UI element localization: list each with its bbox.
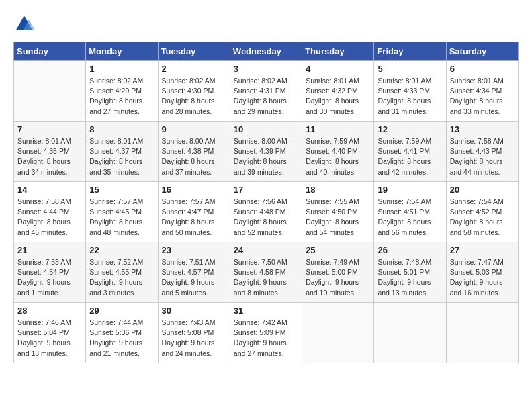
day-number: 18 (306, 185, 370, 195)
cell-info: Sunrise: 8:01 AM Sunset: 4:34 PM Dayligh… (450, 76, 515, 117)
day-number: 31 (234, 306, 298, 316)
cell-info: Sunrise: 8:02 AM Sunset: 4:29 PM Dayligh… (89, 76, 154, 117)
cell-info: Sunrise: 8:01 AM Sunset: 4:35 PM Dayligh… (17, 136, 82, 177)
day-number: 30 (162, 306, 226, 316)
calendar-cell: 1Sunrise: 8:02 AM Sunset: 4:29 PM Daylig… (86, 61, 158, 122)
calendar-cell: 29Sunrise: 7:44 AM Sunset: 5:06 PM Dayli… (86, 303, 158, 363)
calendar-cell: 18Sunrise: 7:55 AM Sunset: 4:50 PM Dayli… (302, 182, 374, 242)
cell-info: Sunrise: 8:00 AM Sunset: 4:39 PM Dayligh… (234, 136, 298, 177)
logo-icon (13, 13, 35, 35)
calendar-cell: 4Sunrise: 8:01 AM Sunset: 4:32 PM Daylig… (302, 61, 374, 122)
calendar-cell (446, 303, 518, 363)
day-number: 16 (162, 185, 226, 195)
day-number: 13 (450, 124, 515, 134)
day-number: 2 (162, 64, 226, 74)
cell-info: Sunrise: 7:56 AM Sunset: 4:48 PM Dayligh… (234, 197, 298, 238)
cell-info: Sunrise: 7:46 AM Sunset: 5:04 PM Dayligh… (17, 318, 82, 359)
calendar-cell: 25Sunrise: 7:49 AM Sunset: 5:00 PM Dayli… (302, 242, 374, 303)
calendar-cell: 7Sunrise: 8:01 AM Sunset: 4:35 PM Daylig… (14, 122, 86, 182)
cell-info: Sunrise: 7:44 AM Sunset: 5:06 PM Dayligh… (89, 318, 154, 359)
day-number: 9 (162, 124, 226, 134)
weekday-header: Sunday (14, 42, 86, 61)
calendar-cell: 19Sunrise: 7:54 AM Sunset: 4:51 PM Dayli… (374, 182, 446, 242)
day-number: 29 (89, 306, 154, 316)
calendar-cell: 9Sunrise: 8:00 AM Sunset: 4:38 PM Daylig… (158, 122, 230, 182)
cell-info: Sunrise: 7:54 AM Sunset: 4:51 PM Dayligh… (378, 197, 442, 238)
calendar-cell: 8Sunrise: 8:01 AM Sunset: 4:37 PM Daylig… (86, 122, 158, 182)
cell-info: Sunrise: 7:54 AM Sunset: 4:52 PM Dayligh… (450, 197, 515, 238)
cell-info: Sunrise: 8:01 AM Sunset: 4:32 PM Dayligh… (306, 76, 370, 117)
day-number: 6 (450, 64, 515, 74)
calendar-cell: 28Sunrise: 7:46 AM Sunset: 5:04 PM Dayli… (14, 303, 86, 363)
weekday-header: Friday (374, 42, 446, 61)
day-number: 19 (378, 185, 442, 195)
cell-info: Sunrise: 7:49 AM Sunset: 5:00 PM Dayligh… (306, 257, 370, 298)
day-number: 21 (17, 245, 82, 255)
calendar-cell: 26Sunrise: 7:48 AM Sunset: 5:01 PM Dayli… (374, 242, 446, 303)
cell-info: Sunrise: 7:58 AM Sunset: 4:43 PM Dayligh… (450, 136, 515, 177)
day-number: 8 (89, 124, 154, 134)
cell-info: Sunrise: 7:50 AM Sunset: 4:58 PM Dayligh… (234, 257, 298, 298)
cell-info: Sunrise: 7:47 AM Sunset: 5:03 PM Dayligh… (450, 257, 515, 298)
cell-info: Sunrise: 7:51 AM Sunset: 4:57 PM Dayligh… (162, 257, 226, 298)
cell-info: Sunrise: 7:53 AM Sunset: 4:54 PM Dayligh… (17, 257, 82, 298)
calendar-cell: 20Sunrise: 7:54 AM Sunset: 4:52 PM Dayli… (446, 182, 518, 242)
cell-info: Sunrise: 8:01 AM Sunset: 4:33 PM Dayligh… (378, 76, 442, 117)
calendar-cell: 6Sunrise: 8:01 AM Sunset: 4:34 PM Daylig… (446, 61, 518, 122)
cell-info: Sunrise: 8:02 AM Sunset: 4:31 PM Dayligh… (234, 76, 298, 117)
calendar-table: SundayMondayTuesdayWednesdayThursdayFrid… (13, 42, 519, 363)
day-number: 27 (450, 245, 515, 255)
day-number: 23 (162, 245, 226, 255)
day-number: 3 (234, 64, 298, 74)
weekday-header: Thursday (302, 42, 374, 61)
day-number: 5 (378, 64, 442, 74)
calendar-cell: 23Sunrise: 7:51 AM Sunset: 4:57 PM Dayli… (158, 242, 230, 303)
calendar-cell: 22Sunrise: 7:52 AM Sunset: 4:55 PM Dayli… (86, 242, 158, 303)
calendar-cell: 30Sunrise: 7:43 AM Sunset: 5:08 PM Dayli… (158, 303, 230, 363)
day-number: 28 (17, 306, 82, 316)
day-number: 20 (450, 185, 515, 195)
day-number: 22 (89, 245, 154, 255)
calendar-cell: 24Sunrise: 7:50 AM Sunset: 4:58 PM Dayli… (230, 242, 302, 303)
cell-info: Sunrise: 7:55 AM Sunset: 4:50 PM Dayligh… (306, 197, 370, 238)
page-header (13, 13, 519, 35)
calendar-cell: 13Sunrise: 7:58 AM Sunset: 4:43 PM Dayli… (446, 122, 518, 182)
day-number: 25 (306, 245, 370, 255)
calendar-cell (374, 303, 446, 363)
day-number: 4 (306, 64, 370, 74)
cell-info: Sunrise: 7:57 AM Sunset: 4:47 PM Dayligh… (162, 197, 226, 238)
day-number: 17 (234, 185, 298, 195)
cell-info: Sunrise: 7:58 AM Sunset: 4:44 PM Dayligh… (17, 197, 82, 238)
calendar-cell: 31Sunrise: 7:42 AM Sunset: 5:09 PM Dayli… (230, 303, 302, 363)
day-number: 26 (378, 245, 442, 255)
cell-info: Sunrise: 8:01 AM Sunset: 4:37 PM Dayligh… (89, 136, 154, 177)
calendar-cell: 17Sunrise: 7:56 AM Sunset: 4:48 PM Dayli… (230, 182, 302, 242)
day-number: 1 (89, 64, 154, 74)
cell-info: Sunrise: 7:57 AM Sunset: 4:45 PM Dayligh… (89, 197, 154, 238)
calendar-cell: 10Sunrise: 8:00 AM Sunset: 4:39 PM Dayli… (230, 122, 302, 182)
day-number: 24 (234, 245, 298, 255)
calendar-cell: 27Sunrise: 7:47 AM Sunset: 5:03 PM Dayli… (446, 242, 518, 303)
calendar-cell: 16Sunrise: 7:57 AM Sunset: 4:47 PM Dayli… (158, 182, 230, 242)
day-number: 12 (378, 124, 442, 134)
calendar-cell: 11Sunrise: 7:59 AM Sunset: 4:40 PM Dayli… (302, 122, 374, 182)
day-number: 7 (17, 124, 82, 134)
calendar-cell (14, 61, 86, 122)
logo (13, 13, 38, 35)
calendar-cell: 5Sunrise: 8:01 AM Sunset: 4:33 PM Daylig… (374, 61, 446, 122)
cell-info: Sunrise: 8:00 AM Sunset: 4:38 PM Dayligh… (162, 136, 226, 177)
day-number: 10 (234, 124, 298, 134)
weekday-header: Saturday (446, 42, 518, 61)
cell-info: Sunrise: 7:59 AM Sunset: 4:40 PM Dayligh… (306, 136, 370, 177)
weekday-header: Tuesday (158, 42, 230, 61)
cell-info: Sunrise: 7:48 AM Sunset: 5:01 PM Dayligh… (378, 257, 442, 298)
cell-info: Sunrise: 8:02 AM Sunset: 4:30 PM Dayligh… (162, 76, 226, 117)
cell-info: Sunrise: 7:59 AM Sunset: 4:41 PM Dayligh… (378, 136, 442, 177)
weekday-header: Monday (86, 42, 158, 61)
day-number: 11 (306, 124, 370, 134)
calendar-cell: 12Sunrise: 7:59 AM Sunset: 4:41 PM Dayli… (374, 122, 446, 182)
day-number: 15 (89, 185, 154, 195)
calendar-cell: 2Sunrise: 8:02 AM Sunset: 4:30 PM Daylig… (158, 61, 230, 122)
calendar-cell: 21Sunrise: 7:53 AM Sunset: 4:54 PM Dayli… (14, 242, 86, 303)
calendar-cell: 14Sunrise: 7:58 AM Sunset: 4:44 PM Dayli… (14, 182, 86, 242)
